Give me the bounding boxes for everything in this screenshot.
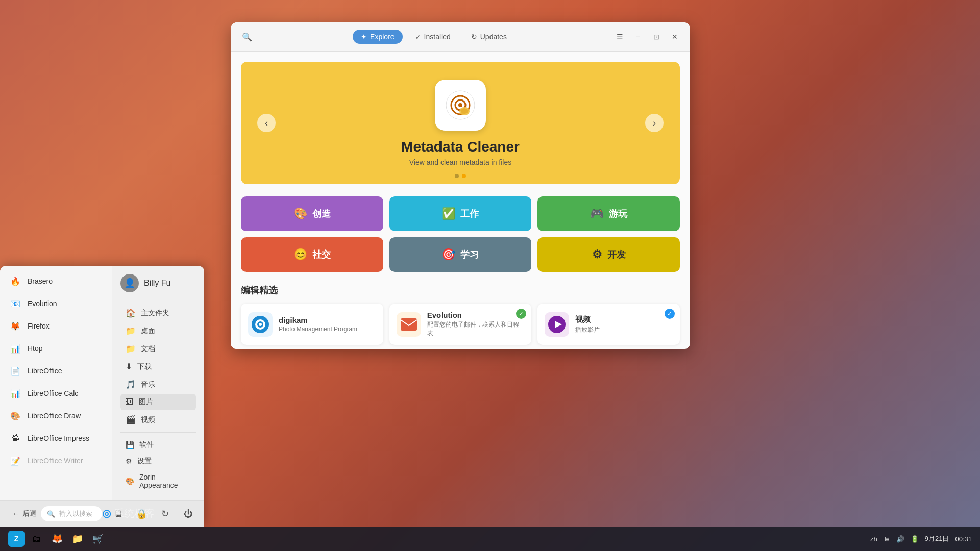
- footer-actions: 🖥 🔒 ↻ ⏻: [110, 506, 196, 521]
- desktop: 🔍 ✦ Explore ✓ Installed ↻ Updates ☰ −: [0, 0, 980, 551]
- evolution-icon: 📧: [8, 296, 22, 311]
- app-item-evolution[interactable]: 📧 Evolution: [0, 292, 112, 315]
- menu-zorin-appearance[interactable]: 🎨 Zorin Appearance: [120, 469, 196, 493]
- hero-banner: ‹ Metadata Cleaner View and clean: [241, 62, 680, 184]
- app-item-libreoffice-calc[interactable]: 📊 LibreOffice Calc: [0, 382, 112, 405]
- category-work[interactable]: ✅ 工作: [389, 196, 532, 231]
- software-center-body: ‹ Metadata Cleaner View and clean: [231, 52, 690, 349]
- svg-point-5: [461, 109, 468, 114]
- picks-grid: digikam Photo Management Program Evoluti…: [241, 304, 680, 345]
- pick-digikam[interactable]: digikam Photo Management Program: [241, 304, 383, 345]
- folder-documents[interactable]: 📁 文档: [120, 340, 196, 357]
- pick-evolution[interactable]: Evolution 配置您的电子邮件，联系人和日程表 ✓: [389, 304, 532, 345]
- updates-icon: ↻: [471, 33, 477, 41]
- taskbar-files[interactable]: 🗂: [29, 531, 45, 547]
- tab-explore[interactable]: ✦ Explore: [353, 30, 402, 44]
- pictures-icon: 🖼: [126, 397, 134, 407]
- maximize-button[interactable]: ⊡: [649, 30, 664, 44]
- svg-rect-10: [401, 318, 417, 331]
- appearance-icon: 🎨: [126, 477, 134, 485]
- lock-button[interactable]: 🔒: [134, 506, 149, 521]
- category-create[interactable]: 🎨 创造: [241, 196, 383, 231]
- menu-settings[interactable]: ⚙ 设置: [120, 453, 196, 469]
- power-button[interactable]: ⏻: [181, 506, 196, 521]
- refresh-button[interactable]: ↻: [157, 506, 173, 521]
- menu-divider: [120, 432, 196, 433]
- firefox-icon: 🦊: [8, 319, 22, 333]
- impress-icon: 📽: [8, 431, 22, 445]
- digikam-info: digikam Photo Management Program: [279, 316, 376, 333]
- zorin-menu-button[interactable]: Z: [8, 531, 24, 547]
- documents-icon: 📁: [126, 344, 136, 354]
- taskbar-left: Z 🗂 🦊 📁 🛒: [8, 531, 106, 547]
- screen-button[interactable]: 🖥: [110, 506, 126, 521]
- app-item-libreoffice-writer[interactable]: 📝 LibreOffice Writer: [0, 449, 112, 472]
- play-icon: 🎮: [590, 207, 604, 220]
- evolution-icon: [397, 312, 421, 337]
- hero-next-button[interactable]: ›: [645, 114, 664, 132]
- app-item-libreoffice[interactable]: 📄 LibreOffice: [0, 360, 112, 382]
- category-social[interactable]: 😊 社交: [241, 237, 383, 272]
- brasero-icon: 🔥: [8, 274, 22, 288]
- pick-videos[interactable]: 视频 播放影片 ✓: [537, 304, 680, 345]
- app-search[interactable]: 🔍 输入以搜索: [41, 506, 102, 521]
- tab-updates[interactable]: ↻ Updates: [463, 30, 515, 44]
- taskbar-software[interactable]: 🛒: [90, 531, 106, 547]
- hero-dot-2[interactable]: [462, 174, 466, 178]
- category-learn[interactable]: 🎯 学习: [389, 237, 532, 272]
- writer-icon: 📝: [8, 454, 22, 468]
- taskbar-battery-icon: 🔋: [911, 535, 919, 543]
- menu-button[interactable]: ☰: [612, 30, 627, 44]
- app-list: 🔥 Brasero 📧 Evolution 🦊 Firefox 📊 Htop 📄: [0, 266, 112, 500]
- create-icon: 🎨: [293, 207, 307, 220]
- desktop-icon: 📁: [126, 326, 136, 336]
- folder-downloads[interactable]: ⬇ 下载: [120, 358, 196, 375]
- hero-content: Metadata Cleaner View and clean metadata…: [276, 80, 645, 166]
- minimize-button[interactable]: −: [631, 30, 645, 44]
- menu-bottom-items: 💾 软件 ⚙ 设置 🎨 Zorin Appearance: [120, 437, 196, 493]
- videos-info: 视频 播放影片: [575, 315, 673, 334]
- draw-icon: 🎨: [8, 409, 22, 423]
- back-button[interactable]: ← 后退: [8, 507, 41, 520]
- app-item-libreoffice-draw[interactable]: 🎨 LibreOffice Draw: [0, 405, 112, 427]
- taskbar-lang: zh: [870, 535, 877, 543]
- folder-list: 🏠 主文件夹 📁 桌面 📁 文档 ⬇ 下载: [120, 305, 196, 428]
- digikam-icon: [248, 312, 273, 337]
- folder-pictures[interactable]: 🖼 图片: [120, 394, 196, 410]
- taskbar-time: 00:31: [955, 535, 972, 543]
- folder-videos[interactable]: 🎬 视频: [120, 411, 196, 428]
- calc-icon: 📊: [8, 386, 22, 400]
- menu-software[interactable]: 💾 软件: [120, 437, 196, 453]
- hero-dot-1[interactable]: [455, 174, 459, 178]
- app-item-brasero[interactable]: 🔥 Brasero: [0, 270, 112, 292]
- htop-icon: 📊: [8, 341, 22, 356]
- app-item-libreoffice-impress[interactable]: 📽 LibreOffice Impress: [0, 427, 112, 449]
- category-play[interactable]: 🎮 游玩: [537, 196, 680, 231]
- taskbar-firefox[interactable]: 🦊: [49, 531, 65, 547]
- taskbar-right: zh 🖥 🔊 🔋 9月21日 00:31: [870, 534, 972, 543]
- downloads-icon: ⬇: [126, 362, 132, 371]
- folder-desktop[interactable]: 📁 桌面: [120, 322, 196, 339]
- back-icon: ←: [12, 510, 19, 518]
- window-controls: ☰ − ⊡ ✕: [612, 30, 682, 44]
- hero-app-subtitle: View and clean metadata in files: [276, 158, 645, 166]
- taskbar: Z 🗂 🦊 📁 🛒 zh 🖥 🔊 🔋 9月21日 00:31: [0, 527, 980, 551]
- taskbar-date: 9月21日: [925, 534, 949, 543]
- category-dev[interactable]: ⚙ 开发: [537, 237, 680, 272]
- taskbar-file-manager[interactable]: 📁: [69, 531, 86, 547]
- search-button[interactable]: 🔍: [239, 29, 255, 45]
- tab-installed[interactable]: ✓ Installed: [407, 30, 459, 44]
- hero-prev-button[interactable]: ‹: [257, 114, 276, 132]
- evolution-installed-check: ✓: [516, 309, 526, 319]
- installed-icon: ✓: [415, 33, 421, 41]
- user-info: 👤 Billy Fu: [120, 274, 196, 296]
- learn-icon: 🎯: [442, 248, 455, 261]
- folder-music[interactable]: 🎵 音乐: [120, 376, 196, 393]
- hero-dots: [455, 174, 466, 178]
- app-item-htop[interactable]: 📊 Htop: [0, 337, 112, 360]
- close-button[interactable]: ✕: [668, 30, 682, 44]
- folder-home[interactable]: 🏠 主文件夹: [120, 305, 196, 321]
- search-icon: 🔍: [47, 510, 55, 518]
- evolution-info: Evolution 配置您的电子邮件，联系人和日程表: [427, 311, 525, 338]
- app-item-firefox[interactable]: 🦊 Firefox: [0, 315, 112, 337]
